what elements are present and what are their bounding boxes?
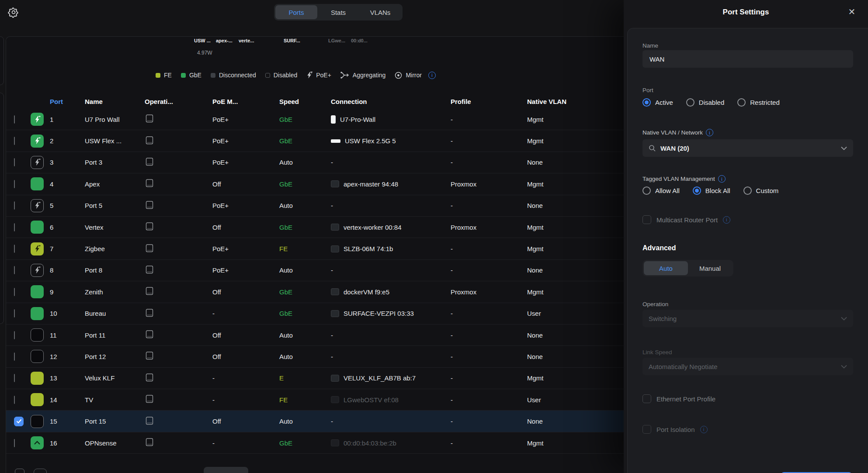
- port-speed: GbE: [279, 180, 331, 188]
- port-icon-connected[interactable]: [31, 285, 44, 298]
- row-checkbox[interactable]: [14, 201, 15, 210]
- row-checkbox[interactable]: [14, 180, 15, 188]
- poe-bolt-icon: [306, 72, 312, 79]
- port-icon-fe[interactable]: [31, 393, 44, 406]
- connection-label: SLZB-06M 74:1b: [344, 245, 393, 252]
- poe-mode: PoE+: [212, 159, 279, 166]
- connection-label: U7-Pro-Wall: [340, 116, 375, 123]
- port-icon-idle[interactable]: [31, 328, 44, 342]
- multicast-router-port-checkbox[interactable]: Multicast Router Port i: [642, 215, 853, 224]
- port-state-restricted[interactable]: Restricted: [737, 98, 780, 107]
- operation-switch-icon: [145, 136, 154, 145]
- row-checkbox[interactable]: [14, 374, 15, 382]
- radio-dot[interactable]: [693, 186, 701, 195]
- column-header-operation[interactable]: Operati...: [145, 98, 212, 105]
- tab-ports[interactable]: Ports: [275, 5, 317, 19]
- row-17-checkbox-partial[interactable]: [15, 469, 24, 473]
- port-icon-poe-active[interactable]: [31, 135, 44, 148]
- ethernet-port-profile-checkbox[interactable]: Ethernet Port Profile: [642, 394, 853, 403]
- radio-dot[interactable]: [642, 186, 651, 195]
- settings-gear-icon[interactable]: [8, 7, 19, 18]
- row-checkbox[interactable]: [14, 245, 15, 253]
- native-vlan-info-icon[interactable]: i: [706, 129, 713, 136]
- radio-dot[interactable]: [642, 98, 651, 107]
- row-checkbox[interactable]: [14, 115, 15, 124]
- bottom-scroll-pill[interactable]: [204, 467, 248, 473]
- operation-switch-icon: [145, 222, 154, 231]
- port-number: 8: [50, 266, 85, 274]
- row-checkbox[interactable]: [14, 331, 15, 339]
- tagged-vlan-custom[interactable]: Custom: [743, 186, 779, 195]
- port-isolation-checkbox-box[interactable]: [642, 425, 651, 434]
- port-profile: -: [451, 374, 527, 382]
- tagged-vlan-allow-all[interactable]: Allow All: [642, 186, 680, 195]
- segment-auto[interactable]: Auto: [644, 261, 688, 275]
- row-checkbox[interactable]: [14, 309, 15, 318]
- operation-switch-icon: [145, 373, 154, 382]
- native-vlan-select[interactable]: WAN (20): [642, 139, 853, 157]
- port-icon-fe[interactable]: [31, 372, 44, 385]
- segment-manual[interactable]: Manual: [688, 261, 732, 275]
- column-header-name[interactable]: Name: [85, 98, 145, 105]
- operation-select[interactable]: Switching: [642, 310, 853, 327]
- port-state-disabled[interactable]: Disabled: [686, 98, 724, 107]
- radio-dot[interactable]: [686, 98, 694, 107]
- tab-stats[interactable]: Stats: [317, 5, 359, 19]
- row-checkbox[interactable]: [14, 288, 15, 296]
- port-icon-connected[interactable]: [31, 307, 44, 320]
- name-input[interactable]: WAN: [642, 50, 853, 68]
- port-icon-uplink[interactable]: [31, 436, 44, 449]
- column-header-profile[interactable]: Profile: [451, 98, 527, 105]
- port-icon-connected[interactable]: [31, 177, 44, 190]
- port-profile: -: [451, 331, 527, 339]
- operation-switch-icon: [145, 266, 154, 274]
- row-checkbox[interactable]: [14, 158, 15, 166]
- row-checkbox[interactable]: [14, 396, 15, 404]
- radio-dot[interactable]: [743, 186, 752, 195]
- tagged-vlan-info-icon[interactable]: i: [718, 175, 726, 183]
- device-label: USW ...: [194, 38, 211, 43]
- row-checkbox[interactable]: [14, 439, 15, 447]
- port-name: TV: [85, 396, 145, 404]
- column-header-port[interactable]: Port: [50, 98, 85, 105]
- link-speed-select[interactable]: Automatically Negotiate: [642, 358, 853, 375]
- row-checkbox[interactable]: [14, 137, 15, 145]
- operation-switch-icon: [145, 244, 154, 252]
- legend-info-icon[interactable]: i: [428, 72, 436, 79]
- port-icon-fe-poe[interactable]: [31, 242, 44, 255]
- name-input-value: WAN: [649, 55, 664, 63]
- row-checkbox[interactable]: [14, 223, 15, 231]
- port-icon-poe-active[interactable]: [31, 113, 44, 126]
- port-icon-idle[interactable]: [31, 350, 44, 363]
- port-icon-connected[interactable]: [31, 221, 44, 234]
- port-isolation-info-icon[interactable]: i: [700, 426, 708, 433]
- port-icon-poe-idle[interactable]: [31, 264, 44, 277]
- panel-content-card: Name WAN Port ActiveDisabledRestricted N…: [627, 28, 868, 473]
- connection-label: -: [331, 418, 333, 425]
- legend-item-disconnected: Disconnected: [211, 72, 256, 79]
- column-header-connection[interactable]: Connection: [331, 98, 451, 105]
- column-header-poe-mode[interactable]: PoE M...: [212, 98, 279, 105]
- port-state-label: Port: [642, 87, 653, 93]
- column-header-speed[interactable]: Speed: [279, 98, 331, 105]
- port-icon-poe-idle[interactable]: [31, 199, 44, 212]
- tagged-vlan-block-all[interactable]: Block All: [693, 186, 730, 195]
- row-checkbox[interactable]: [14, 266, 15, 274]
- port-icon-idle[interactable]: [31, 415, 44, 428]
- port-name: Port 5: [85, 202, 145, 209]
- tab-vlans[interactable]: VLANs: [359, 5, 401, 19]
- port-isolation-checkbox[interactable]: Port Isolation i: [642, 425, 853, 434]
- radio-dot[interactable]: [737, 98, 746, 107]
- row-checkbox[interactable]: [14, 352, 15, 361]
- multicast-info-icon[interactable]: i: [723, 216, 730, 224]
- multicast-checkbox-box[interactable]: [642, 215, 651, 224]
- port-profile: Proxmox: [451, 224, 527, 231]
- row-checkbox[interactable]: [14, 417, 24, 426]
- port-state-active[interactable]: Active: [642, 98, 673, 107]
- port-icon-poe-idle[interactable]: [31, 156, 44, 169]
- close-icon[interactable]: ✕: [846, 6, 858, 17]
- ethernet-profile-checkbox-box[interactable]: [642, 394, 651, 403]
- legend-item-mirror: Mirror: [395, 72, 422, 79]
- connection-label: LGwebOSTV ef:08: [344, 396, 399, 404]
- port-name: Port 11: [85, 331, 145, 339]
